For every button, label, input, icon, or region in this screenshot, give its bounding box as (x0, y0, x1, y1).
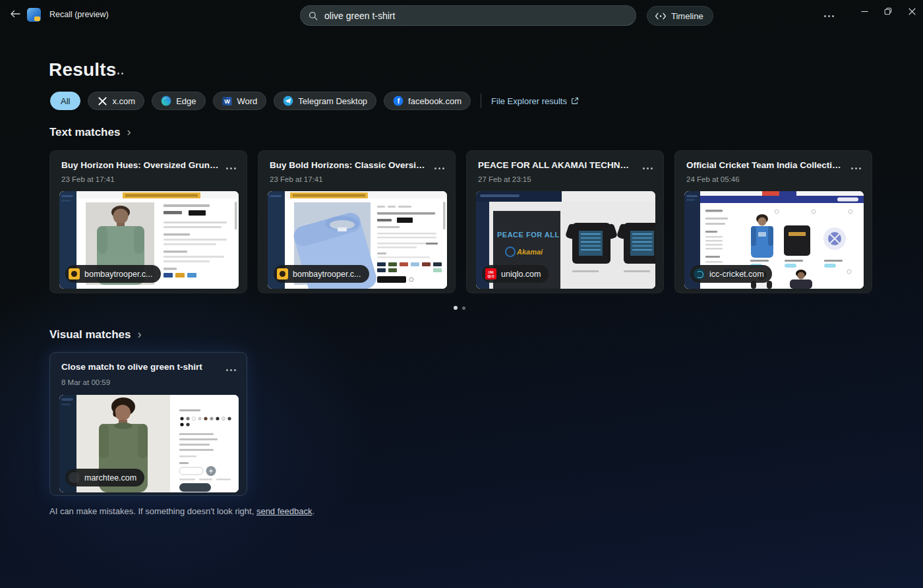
search-icon (309, 11, 318, 20)
card-more-button[interactable] (847, 162, 865, 175)
card-more-button[interactable] (222, 363, 240, 376)
card-date: 23 Feb at 17:41 (61, 175, 115, 183)
filter-chip-telegram[interactable]: Telegram Desktop (274, 92, 376, 110)
disclaimer-suffix: . (312, 506, 314, 516)
ai-disclaimer: AI can make mistakes. If something doesn… (49, 506, 314, 516)
text-match-card[interactable]: PEACE FOR ALL AKAMAI TECHNOLOGIES (... 2… (466, 150, 664, 293)
chip-label: All (61, 96, 70, 106)
filter-chip-edge[interactable]: Edge (152, 92, 205, 110)
card-title: Buy Horizon Hues: Oversized Grunge T-shi… (61, 160, 219, 170)
card-date: 24 Feb at 05:46 (686, 175, 740, 183)
chip-label: facebook.com (408, 96, 462, 106)
domain-label: icc-cricket.com (709, 270, 764, 279)
domain-badge: marchtee.com (65, 469, 144, 486)
favicon-icc-cricket (694, 268, 705, 279)
card-title-prefix: Close match to (61, 362, 128, 372)
results-more-button[interactable] (109, 65, 127, 82)
domain-badge: icc-cricket.com (690, 265, 772, 283)
card-title: Buy Bold Horizons: Classic Oversized T-s… (270, 160, 427, 170)
ellipsis-icon (226, 369, 236, 371)
text-match-card[interactable]: Buy Bold Horizons: Classic Oversized T-s… (258, 150, 456, 293)
ellipsis-icon (824, 15, 834, 17)
card-more-button[interactable] (430, 162, 448, 175)
favicon-marchtee (69, 472, 80, 483)
domain-badge: bombaytrooper.c... (274, 265, 369, 283)
recall-app-icon (27, 8, 41, 22)
domain-label: bombaytrooper.c... (84, 270, 153, 279)
text-match-card[interactable]: Official Cricket Team India Collection |… (674, 150, 872, 293)
favicon-uniqlo: UNIQLO (485, 268, 496, 279)
send-feedback-link[interactable]: send feedback (256, 506, 313, 516)
telegram-logo-icon (283, 96, 293, 106)
card-date: 23 Feb at 17:41 (270, 175, 323, 183)
filter-chip-xcom[interactable]: x.com (88, 92, 144, 110)
app-title: Recall (preview) (49, 10, 109, 19)
disclaimer-text: AI can make mistakes. If something doesn… (49, 506, 256, 516)
ellipsis-icon (643, 167, 653, 169)
timeline-button[interactable]: Timeline (647, 6, 713, 26)
favicon-bombaytrooper (69, 268, 80, 279)
minimize-icon (861, 8, 868, 15)
card-thumbnail: PEACE FOR ALL Akamai (476, 191, 655, 289)
ellipsis-icon (434, 167, 444, 169)
ellipsis-icon (113, 73, 123, 74)
card-title: Official Cricket Team India Collection |… (686, 160, 844, 170)
svg-text:f: f (398, 97, 400, 105)
visual-match-card[interactable]: Close match to olive green t-shirt 8 Mar… (49, 352, 247, 496)
restore-button[interactable] (877, 1, 899, 21)
filter-chips-row: All x.com Edge W Word (50, 92, 579, 110)
svg-text:PEACE FOR ALL: PEACE FOR ALL (497, 231, 560, 239)
card-title-query: olive green t-shirt (128, 362, 202, 372)
pagination-dot[interactable] (462, 307, 465, 310)
divider (481, 94, 481, 108)
file-explorer-link-label: File Explorer results (491, 96, 567, 106)
card-thumbnail: icc-cricket.com (684, 191, 864, 289)
arrow-left-icon (10, 9, 20, 18)
close-icon (908, 8, 916, 15)
titlebar-more-button[interactable] (819, 6, 839, 26)
page-title: Results (49, 59, 117, 80)
section-title: Visual matches (49, 328, 131, 341)
back-button[interactable] (5, 5, 25, 25)
edge-logo-icon (161, 96, 171, 106)
ellipsis-icon (226, 167, 236, 169)
favicon-bombaytrooper (277, 268, 288, 279)
card-thumbnail: bombaytrooper.c... (268, 191, 447, 289)
card-title: PEACE FOR ALL AKAMAI TECHNOLOGIES (... (478, 160, 636, 170)
chip-label: Edge (176, 96, 196, 106)
visual-matches-heading[interactable]: Visual matches › (49, 328, 141, 341)
pagination-dot-active[interactable] (454, 306, 458, 310)
filter-chip-word[interactable]: W Word (213, 92, 267, 110)
svg-text:QLO: QLO (488, 275, 494, 278)
svg-text:W: W (224, 98, 230, 105)
chip-label: Word (237, 96, 258, 106)
text-matches-heading[interactable]: Text matches › (49, 126, 131, 139)
carousel-pagination[interactable] (454, 306, 465, 310)
domain-label: marchtee.com (84, 473, 136, 483)
domain-badge: UNIQLO uniqlo.com (482, 265, 549, 283)
file-explorer-results-link[interactable]: File Explorer results (491, 96, 579, 106)
svg-text:UNI: UNI (489, 271, 494, 274)
close-button[interactable] (901, 1, 923, 21)
external-link-icon (571, 97, 579, 105)
card-date: 27 Feb at 23:15 (478, 175, 531, 183)
minimize-button[interactable] (853, 1, 876, 21)
search-box[interactable] (300, 5, 636, 26)
card-more-button[interactable] (222, 162, 240, 175)
filter-chip-facebook[interactable]: f facebook.com (384, 92, 471, 110)
restore-icon (884, 7, 892, 15)
filter-chip-all[interactable]: All (50, 92, 80, 110)
card-thumbnail: bombaytrooper.c... (59, 191, 239, 289)
card-more-button[interactable] (638, 162, 657, 175)
card-date: 8 Mar at 00:59 (61, 378, 110, 386)
chevron-right-icon: › (127, 125, 131, 139)
search-input[interactable] (324, 11, 628, 21)
facebook-logo-icon: f (393, 96, 403, 106)
chevron-right-icon: › (137, 328, 141, 341)
x-logo-icon (97, 96, 107, 106)
titlebar: Recall (preview) Timeline (0, 0, 923, 32)
timeline-icon (655, 13, 667, 20)
text-match-card[interactable]: Buy Horizon Hues: Oversized Grunge T-shi… (49, 150, 247, 293)
timeline-label: Timeline (671, 11, 703, 21)
domain-label: bombaytrooper.c... (293, 270, 361, 279)
